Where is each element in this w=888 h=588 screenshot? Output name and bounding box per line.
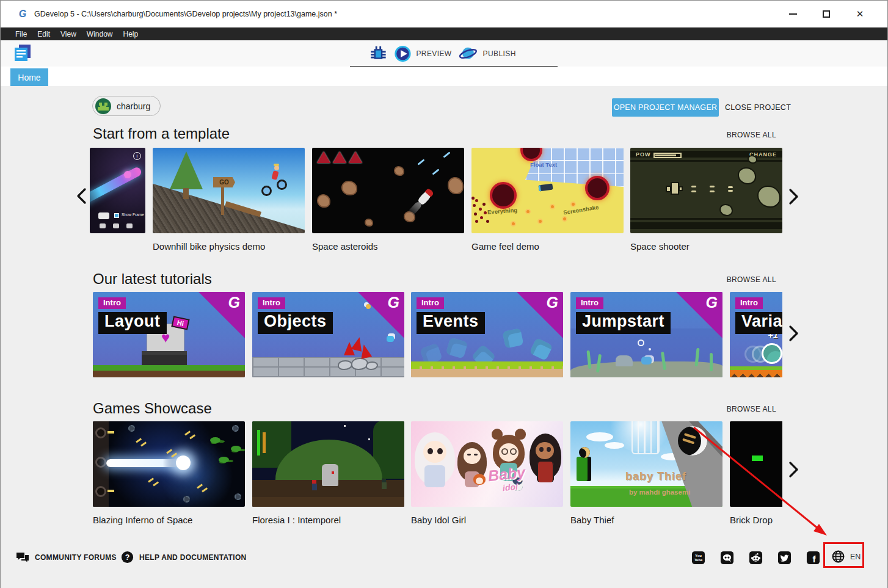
tutorial-title: Layout bbox=[98, 312, 167, 334]
avatar bbox=[95, 98, 111, 114]
template-card-art-spaceshooter: POW CHANGE bbox=[630, 148, 782, 233]
babythief-art-credit: by mahdi ghasemi bbox=[629, 488, 690, 496]
section-title-showcase: Games Showcase bbox=[93, 400, 212, 417]
template-card-asteroids[interactable]: Space asteroids bbox=[312, 148, 464, 252]
browse-all-showcase[interactable]: BROWSE ALL bbox=[697, 405, 776, 413]
svg-text:You: You bbox=[695, 554, 702, 557]
menu-help[interactable]: Help bbox=[123, 30, 139, 38]
menu-window[interactable]: Window bbox=[87, 30, 113, 38]
pow-label: POW bbox=[636, 151, 651, 158]
help-documentation-link[interactable]: ? HELP AND DOCUMENTATION bbox=[120, 550, 247, 564]
browse-all-tutorials[interactable]: BROWSE ALL bbox=[697, 275, 776, 284]
template-card-art-gamefeel: Float Text Everything Screenshake bbox=[471, 148, 624, 233]
chat-bubbles-icon bbox=[15, 550, 30, 565]
username: charburg bbox=[117, 101, 150, 111]
showcase-card-art-babythief: baby Thief by mahdi ghasemi bbox=[570, 421, 722, 507]
template-card-downhill[interactable]: GO Downhill bike physics demo bbox=[153, 148, 305, 252]
project-manager-button[interactable] bbox=[12, 43, 34, 65]
language-button[interactable]: EN bbox=[831, 549, 861, 564]
close-icon: ✕ bbox=[856, 9, 864, 20]
tutorial-title: Variab bbox=[735, 312, 782, 334]
showcase-right-arrow[interactable] bbox=[788, 461, 800, 478]
tutorial-tag: Intro bbox=[258, 297, 285, 309]
showcase-card-label: Brick Drop bbox=[730, 515, 782, 525]
publish-button[interactable]: PUBLISH bbox=[458, 45, 516, 63]
debug-button[interactable] bbox=[369, 45, 387, 63]
showcase-card-label: Floresia I : Intemporel bbox=[252, 515, 404, 525]
tutorial-card-objects[interactable]: G Intro Objects bbox=[252, 292, 404, 377]
close-project-button[interactable]: CLOSE PROJECT bbox=[725, 98, 791, 117]
community-forums-link[interactable]: COMMUNITY FORUMS bbox=[15, 550, 117, 565]
svg-text:f: f bbox=[812, 554, 816, 564]
gdevelop-window: G GDevelop 5 - C:\Users\charburg\Documen… bbox=[0, 0, 888, 588]
project-manager-icon bbox=[12, 43, 34, 65]
twitter-icon[interactable] bbox=[777, 551, 792, 565]
templates-carousel: i Show Frame GO Downhill bike p bbox=[90, 148, 782, 258]
tutorial-card-art-objects: G Intro Objects bbox=[252, 292, 404, 377]
play-icon bbox=[393, 45, 412, 63]
tutorial-tag: Intro bbox=[417, 297, 444, 309]
tab-home[interactable]: Home bbox=[10, 68, 48, 86]
planet-icon bbox=[458, 45, 479, 63]
gdevelop-corner-logo: G bbox=[228, 294, 240, 311]
showcase-carousel: Blazing Inferno of Space Floresia I : bbox=[93, 421, 782, 531]
showcase-card-babythief[interactable]: baby Thief by mahdi ghasemi Baby Thief bbox=[570, 421, 722, 525]
svg-text:Tube: Tube bbox=[694, 558, 703, 562]
youtube-icon[interactable]: You Tube bbox=[691, 551, 705, 565]
showcase-card-babyidol[interactable]: Baby idol Baby Idol Girl bbox=[411, 421, 563, 525]
open-project-manager-button[interactable]: OPEN PROJECT MANAGER bbox=[612, 98, 719, 117]
showcase-card-art-floresia bbox=[252, 421, 404, 507]
tutorial-card-events[interactable]: G Intro Events bbox=[411, 292, 563, 377]
showcase-card-floresia[interactable]: Floresia I : Intemporel bbox=[252, 421, 404, 525]
babythief-art-title: baby Thief bbox=[625, 470, 686, 483]
tutorials-carousel: G ♥ Hi Intro Layout bbox=[93, 292, 782, 377]
toolbar: PREVIEW PUBLISH bbox=[1, 40, 887, 67]
menubar: File Edit View Window Help bbox=[1, 27, 887, 40]
home-page: charburg OPEN PROJECT MANAGER CLOSE PROJ… bbox=[1, 86, 887, 588]
help-icon: ? bbox=[120, 550, 134, 564]
template-card-spaceshooter[interactable]: POW CHANGE Space shooter bbox=[630, 148, 782, 252]
tutorial-title: Jumpstart bbox=[576, 312, 671, 334]
template-card-gamefeel[interactable]: Float Text Everything Screenshake Game f… bbox=[471, 148, 624, 252]
templates-right-arrow[interactable] bbox=[788, 188, 800, 205]
maximize-button[interactable] bbox=[820, 7, 833, 21]
preview-button[interactable]: PREVIEW bbox=[393, 45, 451, 63]
babyidol-art-subtitle: idol bbox=[502, 482, 518, 493]
showcase-card-art-brickdrop bbox=[730, 421, 782, 507]
template-card-label: Space shooter bbox=[630, 241, 782, 252]
menu-edit[interactable]: Edit bbox=[37, 30, 50, 38]
tutorial-card-layout[interactable]: G ♥ Hi Intro Layout bbox=[93, 292, 245, 377]
tutorial-card-jumpstart[interactable]: G Intro Jumpstart bbox=[570, 292, 722, 377]
facebook-icon[interactable]: f bbox=[806, 551, 820, 565]
showcase-card-blazing[interactable]: Blazing Inferno of Space bbox=[93, 421, 245, 525]
section-title-tutorials: Our latest tutorials bbox=[93, 270, 212, 288]
tutorial-title: Objects bbox=[258, 312, 333, 334]
window-controls: ✕ bbox=[786, 1, 867, 27]
community-forums-label: COMMUNITY FORUMS bbox=[35, 553, 117, 562]
template-card-partial[interactable]: i Show Frame bbox=[90, 148, 145, 233]
tutorials-right-arrow[interactable] bbox=[788, 325, 800, 342]
tutorial-tag: Intro bbox=[735, 297, 763, 309]
preview-label: PREVIEW bbox=[416, 49, 451, 58]
close-button[interactable]: ✕ bbox=[853, 7, 867, 21]
menu-file[interactable]: File bbox=[15, 30, 27, 38]
menu-view[interactable]: View bbox=[60, 30, 76, 38]
gdevelop-corner-logo: G bbox=[706, 294, 718, 311]
publish-label: PUBLISH bbox=[483, 49, 516, 58]
showcase-card-brickdrop[interactable]: Brick Drop bbox=[730, 421, 782, 525]
float-text-label: Float Text bbox=[530, 161, 557, 168]
social-links: You Tube bbox=[691, 551, 820, 565]
show-frame-label: Show Frame bbox=[122, 212, 144, 217]
window-title: GDevelop 5 - C:\Users\charburg\Documents… bbox=[34, 10, 337, 18]
gdevelop-corner-logo: G bbox=[547, 294, 558, 311]
reddit-icon[interactable] bbox=[749, 551, 763, 565]
info-icon: i bbox=[133, 152, 141, 160]
discord-icon[interactable] bbox=[720, 551, 734, 565]
carousel-left-arrow[interactable] bbox=[75, 187, 87, 205]
browse-all-templates[interactable]: BROWSE ALL bbox=[697, 131, 776, 139]
minimize-button[interactable] bbox=[786, 7, 799, 21]
user-chip[interactable]: charburg bbox=[92, 96, 161, 116]
template-card-label: Game feel demo bbox=[471, 241, 624, 252]
template-card-label: Downhill bike physics demo bbox=[153, 241, 305, 252]
tutorial-card-variables[interactable]: +1 G Intro Variab bbox=[730, 292, 782, 377]
